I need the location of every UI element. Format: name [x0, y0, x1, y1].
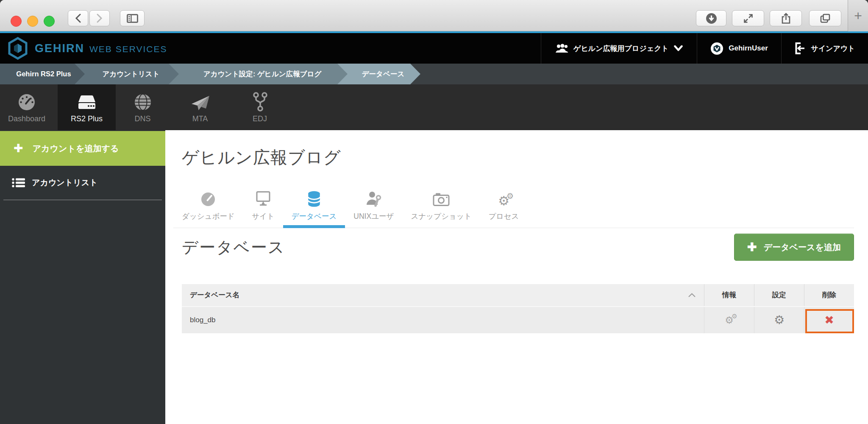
- database-name-header-label: データベース名: [190, 290, 239, 300]
- tab-overview-button[interactable]: [809, 10, 841, 26]
- signout-icon: [794, 42, 806, 55]
- click-target-highlight: [805, 309, 854, 333]
- table-row: blog_db ⚙⚙ ⚙ ✖: [182, 306, 854, 333]
- gears-icon: ⚙⚙: [498, 190, 509, 207]
- add-database-button[interactable]: ✚ データベースを追加: [734, 234, 854, 261]
- gauge-icon: [200, 190, 216, 207]
- new-tab-button[interactable]: +: [848, 0, 868, 31]
- brand-name: GEHIRN: [35, 42, 84, 55]
- brand-suffix: WEB SERVICES: [89, 44, 167, 54]
- user-menu[interactable]: GehirnUser: [697, 33, 781, 64]
- database-icon: [307, 190, 321, 207]
- plus-icon: +: [854, 8, 862, 24]
- app-header: GEHIRNWEB SERVICES ゲヒルン広報用プロジェクト GehirnU…: [0, 31, 868, 64]
- column-header-settings: 設定: [754, 284, 804, 306]
- zoom-window-button[interactable]: [44, 16, 55, 27]
- fullscreen-arrows-icon: [743, 13, 754, 24]
- service-nav-rs2plus[interactable]: RS2 Plus: [58, 84, 116, 130]
- globe-icon: [133, 92, 153, 112]
- breadcrumb: Gehirn RS2 Plus アカウントリスト アカウント設定: ゲヒルン広報…: [0, 64, 868, 84]
- breadcrumb-item-account-list[interactable]: アカウントリスト: [75, 64, 179, 84]
- add-account-button[interactable]: ✚ アカウントを追加する: [0, 131, 165, 166]
- sidebar-divider: [3, 200, 162, 200]
- tab-label: UNIXユーザ: [353, 211, 394, 221]
- column-header-info: 情報: [704, 284, 754, 306]
- table-header-row: データベース名 情報 設定 削除: [182, 284, 854, 306]
- tabs-overview-icon: [820, 13, 831, 24]
- user-name: GehirnUser: [729, 44, 768, 53]
- main-content: ゲヒルン広報ブログ ダッシュボード サイト: [165, 130, 868, 424]
- settings-gear-button[interactable]: ⚙: [774, 314, 785, 326]
- service-nav-dashboard[interactable]: Dashboard: [0, 84, 53, 130]
- tab-database[interactable]: データベース: [283, 190, 345, 228]
- tab-snapshot[interactable]: スナップショット: [402, 190, 480, 228]
- page-body: ✚ アカウントを追加する アカウントリスト ゲヒルン広報ブログ: [0, 130, 868, 424]
- account-tabs: ダッシュボード サイト データベース: [173, 190, 854, 228]
- tab-label: プロセス: [489, 211, 519, 221]
- sort-chevron-up-icon[interactable]: [688, 293, 696, 298]
- chevron-right-icon: [97, 14, 103, 23]
- breadcrumb-item-account-settings[interactable]: アカウント設定: ゲヒルン広報ブログ: [169, 64, 348, 84]
- browser-window: + GEHIRNWEB SERVICES ゲヒルン広報用プロジェクト: [0, 0, 868, 424]
- downloads-button[interactable]: [696, 10, 726, 26]
- fullscreen-button[interactable]: [732, 10, 764, 26]
- service-nav-label: RS2 Plus: [71, 114, 103, 123]
- info-gears-button[interactable]: ⚙⚙: [725, 315, 734, 325]
- plus-icon: ✚: [747, 242, 757, 253]
- service-nav-label: EDJ: [253, 114, 267, 123]
- close-window-button[interactable]: [11, 16, 22, 27]
- sidebar-panel-icon: [127, 14, 138, 23]
- service-nav-dns[interactable]: DNS: [116, 84, 170, 130]
- project-selector[interactable]: ゲヒルン広報用プロジェクト: [541, 33, 697, 64]
- group-icon: [555, 44, 568, 53]
- signout-button[interactable]: サインアウト: [781, 33, 868, 64]
- info-cell: ⚙⚙: [704, 307, 754, 333]
- account-list-label: アカウントリスト: [32, 177, 98, 188]
- window-controls: [11, 16, 55, 27]
- chevron-left-icon: [75, 14, 81, 23]
- service-nav-edj[interactable]: EDJ: [232, 84, 287, 130]
- gehirn-logo[interactable]: GEHIRNWEB SERVICES: [0, 33, 167, 64]
- gauge-icon: [17, 92, 36, 112]
- tab-dashboard[interactable]: ダッシュボード: [173, 190, 243, 228]
- fork-icon: [251, 92, 269, 112]
- breadcrumb-item-database[interactable]: データベース: [337, 64, 420, 84]
- sidebar-item-account-list[interactable]: アカウントリスト: [0, 166, 165, 200]
- signout-label: サインアウト: [811, 44, 855, 53]
- database-name-cell: blog_db: [182, 307, 704, 333]
- download-icon: [706, 13, 717, 24]
- page-title: ゲヒルン広報ブログ: [182, 145, 854, 169]
- tab-process[interactable]: ⚙⚙ プロセス: [480, 190, 528, 228]
- section-head: データベース ✚ データベースを追加: [182, 234, 854, 261]
- service-nav-mta[interactable]: MTA: [172, 84, 228, 130]
- breadcrumb-item-rs2plus[interactable]: Gehirn RS2 Plus: [0, 64, 85, 84]
- camera-icon: [432, 190, 450, 207]
- share-button[interactable]: [770, 10, 802, 26]
- column-header-database-name[interactable]: データベース名: [182, 284, 704, 306]
- monitor-icon: [255, 190, 272, 207]
- sidebar-toggle-button[interactable]: [120, 10, 145, 26]
- user-avatar: [710, 42, 723, 55]
- sidebar: ✚ アカウントを追加する アカウントリスト: [0, 130, 165, 424]
- tab-label: ダッシュボード: [182, 211, 235, 221]
- tab-site[interactable]: サイト: [243, 190, 283, 228]
- settings-cell: ⚙: [754, 307, 804, 333]
- database-table: データベース名 情報 設定 削除 blog_db ⚙⚙ ⚙: [182, 284, 854, 333]
- paper-plane-icon: [189, 92, 211, 112]
- service-nav-label: DNS: [134, 114, 150, 123]
- tab-label: サイト: [252, 211, 275, 221]
- add-database-label: データベースを追加: [764, 242, 841, 253]
- macos-titlebar: +: [0, 0, 868, 31]
- delete-cell: ✖: [804, 307, 854, 333]
- tab-label: スナップショット: [411, 211, 471, 221]
- list-icon: [12, 178, 25, 188]
- back-button[interactable]: [68, 10, 88, 26]
- chevron-down-icon: [674, 45, 683, 51]
- gehirn-hexagon-icon: [8, 37, 28, 60]
- column-header-delete: 削除: [804, 284, 854, 306]
- tab-unix-user[interactable]: UNIXユーザ: [345, 190, 402, 228]
- service-nav-label: Dashboard: [8, 114, 45, 123]
- share-icon: [781, 12, 791, 24]
- minimize-window-button[interactable]: [27, 16, 38, 27]
- forward-button[interactable]: [89, 10, 110, 26]
